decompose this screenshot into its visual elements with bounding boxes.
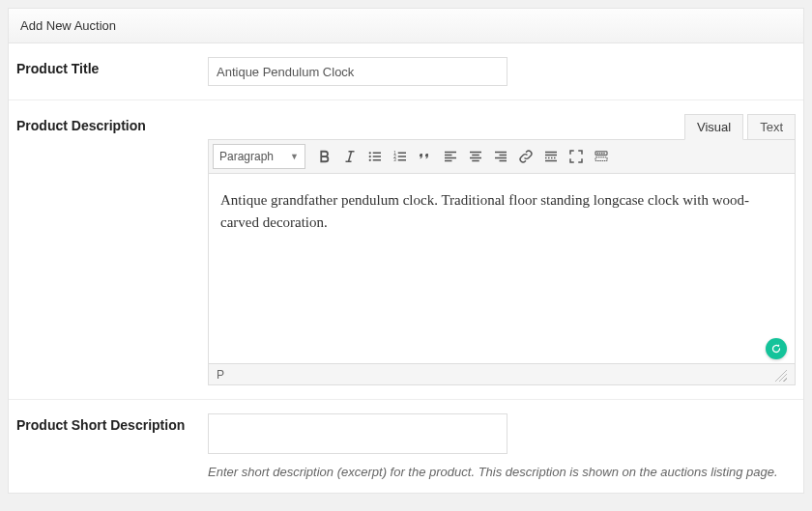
add-auction-panel: Add New Auction Product Title Product De… [8, 8, 804, 494]
panel-title: Add New Auction [20, 18, 116, 33]
align-right-button[interactable] [489, 145, 512, 168]
tab-visual[interactable]: Visual [684, 114, 743, 140]
number-list-icon: 123 [392, 148, 409, 165]
align-left-icon [442, 148, 459, 165]
editor-toolbar: Paragraph ▼ 123 [209, 140, 795, 174]
field-product-title [208, 57, 796, 86]
short-description-input[interactable] [208, 413, 508, 454]
editor-tabs: Visual Text [208, 114, 796, 140]
toolbar-toggle-icon [593, 148, 610, 165]
quote-icon [417, 148, 434, 165]
number-list-button[interactable]: 123 [389, 145, 412, 168]
row-short-description: Product Short Description Enter short de… [9, 400, 803, 493]
resize-handle[interactable] [773, 368, 787, 382]
tab-text[interactable]: Text [747, 114, 796, 140]
label-short-description: Product Short Description [16, 413, 208, 479]
align-center-button[interactable] [464, 145, 487, 168]
grammarly-badge[interactable] [766, 338, 787, 359]
grammarly-icon [769, 342, 783, 355]
italic-icon [341, 148, 359, 165]
field-product-description: Visual Text Paragraph ▼ [208, 114, 796, 385]
read-more-icon [542, 148, 560, 165]
editor-text: Antique grandfather pendulum clock. Trad… [220, 192, 749, 230]
italic-button[interactable] [338, 145, 362, 168]
svg-point-2 [369, 159, 371, 161]
product-title-input[interactable] [208, 57, 508, 86]
format-select-label: Paragraph [219, 150, 274, 163]
align-left-button[interactable] [439, 145, 462, 168]
link-button[interactable] [514, 145, 537, 168]
svg-point-1 [369, 156, 371, 157]
svg-rect-9 [601, 153, 603, 155]
row-product-title: Product Title [9, 43, 803, 100]
blockquote-button[interactable] [414, 145, 437, 168]
editor-content-area[interactable]: Antique grandfather pendulum clock. Trad… [209, 174, 795, 363]
rich-text-editor: Paragraph ▼ 123 [208, 139, 796, 385]
fullscreen-button[interactable] [565, 145, 588, 168]
svg-rect-11 [595, 157, 607, 161]
toolbar-toggle-button[interactable] [590, 145, 613, 168]
editor-path: P [217, 368, 224, 382]
editor-status-bar: P [209, 363, 795, 384]
format-select[interactable]: Paragraph ▼ [213, 144, 305, 169]
label-product-description: Product Description [16, 114, 208, 385]
align-right-icon [492, 148, 509, 165]
svg-text:3: 3 [393, 157, 396, 162]
link-icon [517, 148, 535, 165]
chevron-down-icon: ▼ [290, 152, 299, 161]
row-product-description: Product Description Visual Text Paragrap… [9, 100, 803, 400]
field-short-description: Enter short description (excerpt) for th… [208, 413, 796, 479]
bold-icon [316, 148, 334, 165]
svg-rect-10 [603, 153, 605, 155]
align-center-icon [467, 148, 484, 165]
svg-rect-8 [599, 153, 601, 155]
short-description-hint: Enter short description (excerpt) for th… [208, 465, 796, 479]
bullet-list-button[interactable] [363, 145, 387, 168]
svg-rect-7 [597, 153, 599, 155]
bold-button[interactable] [313, 145, 336, 168]
bullet-list-icon [366, 148, 384, 165]
panel-body: Product Title Product Description Visual… [9, 43, 803, 493]
fullscreen-icon [567, 148, 585, 165]
svg-point-0 [369, 152, 371, 154]
read-more-button[interactable] [539, 145, 563, 168]
label-product-title: Product Title [16, 57, 208, 86]
panel-header: Add New Auction [9, 9, 803, 43]
